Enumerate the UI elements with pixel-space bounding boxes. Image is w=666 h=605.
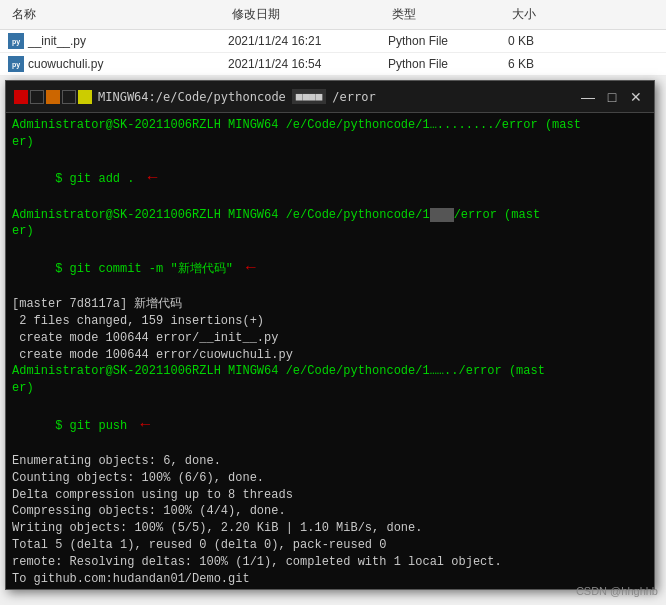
file-size: 0 KB (508, 34, 588, 48)
title-main: MINGW64:/e/Code/pythoncode (98, 90, 286, 104)
close-button[interactable]: ✕ (626, 87, 646, 107)
file-name-text: __init__.py (28, 34, 86, 48)
minimize-button[interactable]: — (578, 87, 598, 107)
terminal-command-line: $ git commit -m "新增代码" ← (12, 240, 648, 296)
col-size[interactable]: 大小 (508, 4, 588, 25)
terminal-titlebar: MINGW64:/e/Code/pythoncode ■■■■ /error —… (6, 81, 654, 113)
terminal-dollar: $ git push (55, 419, 134, 433)
arrow-icon: ← (246, 257, 256, 279)
col-type[interactable]: 类型 (388, 4, 508, 25)
terminal-command-line: $ git add . ← (12, 151, 648, 207)
terminal-output: remote: Resolving deltas: 100% (1/1), co… (12, 554, 648, 571)
terminal-command-line: $ git push ← (12, 397, 648, 453)
file-row[interactable]: py __init__.py 2021/11/24 16:21 Python F… (0, 30, 666, 53)
terminal-output: Enumerating objects: 6, done. (12, 453, 648, 470)
terminal-output: [master 7d8117a] 新增代码 (12, 296, 648, 313)
terminal-controls: — □ ✕ (578, 87, 646, 107)
terminal-output: Compressing objects: 100% (4/4), done. (12, 503, 648, 520)
terminal-prompt: Administrator@SK-20211006RZLH MINGW64 /e… (12, 363, 648, 397)
python-file-icon: py (8, 56, 24, 72)
terminal-dollar: $ git commit -m "新增代码" (55, 262, 240, 276)
file-type: Python File (388, 57, 508, 71)
col-name[interactable]: 名称 (8, 4, 228, 25)
icon-block-orange (46, 90, 60, 104)
terminal-window: MINGW64:/e/Code/pythoncode ■■■■ /error —… (5, 80, 655, 590)
watermark: CSDN @hhghhb (576, 585, 658, 597)
icon-block-yellow (78, 90, 92, 104)
col-modified[interactable]: 修改日期 (228, 4, 388, 25)
terminal-prompt: Administrator@SK-20211006RZLH MINGW64 /e… (12, 207, 648, 241)
terminal-output: 2 files changed, 159 insertions(+) (12, 313, 648, 330)
title-suffix: /error (332, 90, 375, 104)
terminal-output: create mode 100644 error/cuowuchuli.py (12, 347, 648, 364)
file-type: Python File (388, 34, 508, 48)
terminal-output: Total 5 (delta 1), reused 0 (delta 0), p… (12, 537, 648, 554)
file-modified: 2021/11/24 16:21 (228, 34, 388, 48)
file-name: py __init__.py (8, 33, 228, 49)
file-name: py cuowuchuli.py (8, 56, 228, 72)
title-highlight: ■■■■ (292, 89, 327, 104)
file-name-text: cuowuchuli.py (28, 57, 103, 71)
file-modified: 2021/11/24 16:54 (228, 57, 388, 71)
maximize-button[interactable]: □ (602, 87, 622, 107)
terminal-output: Counting objects: 100% (6/6), done. (12, 470, 648, 487)
file-explorer-header: 名称 修改日期 类型 大小 (0, 0, 666, 30)
icon-block-dark2 (62, 90, 76, 104)
icon-block-dark (30, 90, 44, 104)
file-row[interactable]: py cuowuchuli.py 2021/11/24 16:54 Python… (0, 53, 666, 76)
terminal-title-left: MINGW64:/e/Code/pythoncode ■■■■ /error (14, 89, 578, 104)
terminal-output: create mode 100644 error/__init__.py (12, 330, 648, 347)
python-file-icon: py (8, 33, 24, 49)
file-size: 6 KB (508, 57, 588, 71)
terminal-dollar: $ git add . (55, 172, 141, 186)
terminal-output: To github.com:hudandan01/Demo.git (12, 571, 648, 588)
terminal-content[interactable]: Administrator@SK-20211006RZLH MINGW64 /e… (6, 113, 654, 589)
terminal-output: 63a8b0b..7d8117a master -> master (12, 587, 648, 589)
terminal-title-text: MINGW64:/e/Code/pythoncode ■■■■ /error (98, 89, 376, 104)
terminal-prompt: Administrator@SK-20211006RZLH MINGW64 /e… (12, 117, 648, 151)
terminal-output: Writing objects: 100% (5/5), 2.20 KiB | … (12, 520, 648, 537)
terminal-output: Delta compression using up to 8 threads (12, 487, 648, 504)
terminal-icon-blocks (14, 90, 92, 104)
file-explorer: 名称 修改日期 类型 大小 py __init__.py 2021/11/24 … (0, 0, 666, 76)
icon-block-red (14, 90, 28, 104)
arrow-icon: ← (140, 414, 150, 436)
arrow-icon: ← (148, 167, 158, 189)
